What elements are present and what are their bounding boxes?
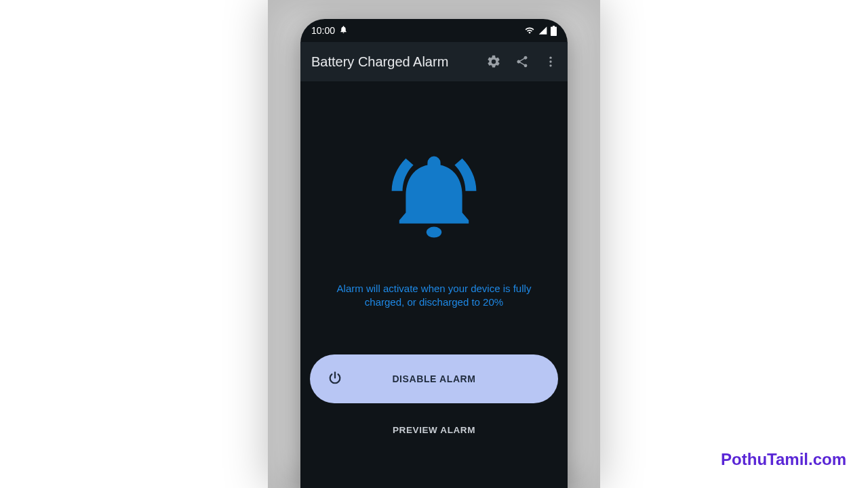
settings-icon[interactable] xyxy=(486,54,501,69)
status-left: 10:00 xyxy=(311,25,348,36)
svg-point-1 xyxy=(549,60,551,62)
svg-point-2 xyxy=(549,64,551,66)
app-bar: Battery Charged Alarm xyxy=(300,42,568,81)
power-icon xyxy=(328,370,342,387)
status-right xyxy=(524,26,557,36)
alarm-info-text: Alarm will activate when your device is … xyxy=(310,282,558,310)
wifi-icon xyxy=(524,26,535,35)
disable-alarm-button[interactable]: DISABLE ALARM xyxy=(310,354,558,403)
battery-icon xyxy=(551,26,557,36)
cellular-icon xyxy=(538,26,548,35)
app-title: Battery Charged Alarm xyxy=(311,54,486,70)
svg-point-0 xyxy=(549,57,551,59)
more-icon[interactable] xyxy=(543,54,558,69)
preview-alarm-button[interactable]: PREVIEW ALARM xyxy=(382,420,486,441)
screen-body: Alarm will activate when your device is … xyxy=(300,81,568,488)
notification-bell-icon xyxy=(339,25,348,36)
share-icon[interactable] xyxy=(515,54,530,69)
watermark-text: PothuTamil.com xyxy=(721,450,846,469)
phone-frame: 10:00 Battery Charged Alarm xyxy=(300,19,568,488)
svg-point-3 xyxy=(427,227,441,238)
clock: 10:00 xyxy=(311,25,335,36)
status-bar: 10:00 xyxy=(300,19,568,42)
disable-alarm-label: DISABLE ALARM xyxy=(310,373,558,384)
alarm-bell-icon xyxy=(380,142,488,244)
